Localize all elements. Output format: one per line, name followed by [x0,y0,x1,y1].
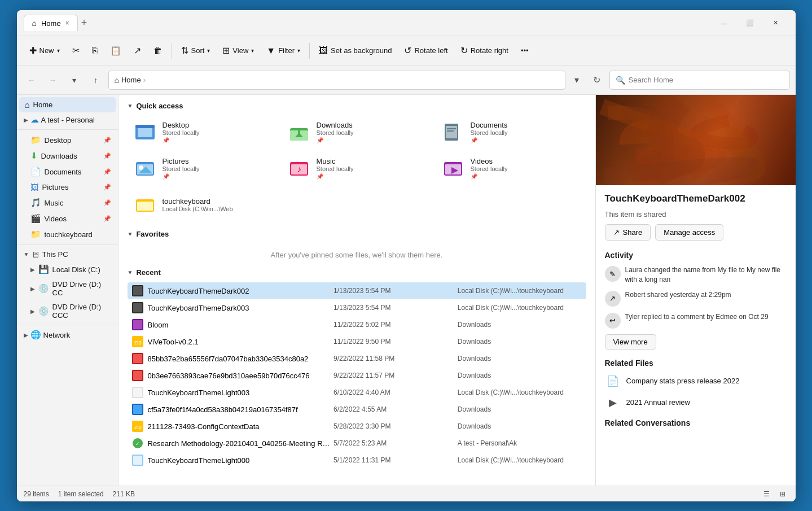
rotate-left-button[interactable]: ↺ Rotate left [398,42,453,59]
qa-item-music[interactable]: ♪ Music Stored locally 📌 [282,152,432,185]
qa-videos-sub: Stored locally [471,165,508,172]
svg-rect-32 [133,354,142,363]
activity-section-title: Activity [605,251,787,260]
search-box[interactable]: 🔍 [609,71,790,90]
sort-icon: ⇅ [181,45,188,56]
svg-rect-26 [133,303,142,312]
qa-music-icon: ♪ [287,156,311,180]
copy-button[interactable]: ⎘ [86,43,103,59]
paste-button[interactable]: 📋 [104,42,127,59]
recent-row-1-loc: Local Disk (C:)\Wi...\touchkeyboard [458,304,582,312]
more-options-button[interactable]: ••• [515,43,534,58]
activity-text-2: Tyler replied to a comment by Edmee on O… [625,312,769,322]
forward-button[interactable]: → [44,71,62,89]
related-file-1[interactable]: ▶ 2021 Annual review [605,395,787,410]
svg-rect-28 [133,320,142,329]
dvd-cc-icon: 💿 [38,283,49,294]
this-pc-icon: 🖥 [31,250,39,259]
quick-access-header[interactable]: ▼ Quick access [128,102,586,110]
search-input[interactable] [629,76,784,84]
address-dropdown-button[interactable]: ▾ [569,71,585,89]
sidebar-item-downloads[interactable]: ⬇ Downloads 📌 [19,148,116,164]
view-more-button[interactable]: View more [605,334,656,350]
recent-row-0[interactable]: TouchKeyboardThemeDark002 1/13/2023 5:54… [128,282,586,299]
new-tab-button[interactable]: + [81,17,87,29]
sidebar-item-dvd-ccc[interactable]: ▶ 💿 DVD Drive (D:) CCC [19,300,116,322]
rotate-right-label: Rotate right [471,46,508,55]
favorites-header[interactable]: ▼ Favorites [128,230,586,238]
sidebar-item-local-disk[interactable]: ▶ 💾 Local Disk (C:) [19,261,116,277]
qa-desktop-sub: Stored locally [163,129,200,136]
sidebar-item-desktop[interactable]: 📁 Desktop 📌 [19,132,116,148]
breadcrumb[interactable]: ⌂ Home › [108,71,565,90]
breadcrumb-separator: › [143,76,146,84]
qa-pictures-name: Pictures [163,157,200,165]
details-view-button[interactable]: ⊞ [776,488,789,500]
videos-folder-icon: 🎬 [30,213,41,224]
manage-access-button[interactable]: Manage access [655,224,723,241]
recent-row-9[interactable]: ✓ Research Methodology-20210401_040256-M… [128,435,586,452]
filter-button[interactable]: ▼ Filter ▾ [261,43,306,59]
recent-row-1[interactable]: TouchKeyboardThemeDark003 1/13/2023 5:54… [128,299,586,316]
svg-text:zip: zip [134,424,142,430]
view-button[interactable]: ⊞ View ▾ [217,42,260,59]
recent-row-3[interactable]: zip ViVeTool-v0.2.1 11/1/2022 9:50 PM Do… [128,333,586,350]
set-background-button[interactable]: 🖼 Set as background [313,43,397,59]
sidebar-cloud-group[interactable]: ▶ ☁ A test - Personal [19,112,116,127]
recent-row-10[interactable]: TouchKeyboardThemeLight000 5/1/2022 11:3… [128,452,586,469]
filter-label: Filter [278,46,295,55]
sidebar-item-music[interactable]: 🎵 Music 📌 [19,195,116,211]
svg-text:♪: ♪ [297,164,301,174]
sidebar-item-home[interactable]: ⌂ Home [19,97,116,112]
delete-button[interactable]: 🗑 [148,43,168,59]
sidebar-item-touchkeyboard[interactable]: 📁 touchkeyboard [19,226,116,242]
refresh-button[interactable]: ↻ [588,71,606,89]
sidebar-network-group[interactable]: ▶ 🌐 Network [19,327,116,342]
close-button[interactable]: ✕ [763,15,789,32]
qa-item-documents[interactable]: Documents Stored locally 📌 [436,116,586,149]
set-bg-label: Set as background [331,46,392,55]
svg-rect-38 [133,405,142,414]
touchkeyboard-folder-icon: 📁 [30,229,41,239]
svg-rect-34 [133,371,142,380]
recent-row-8[interactable]: zip 211128-73493-ConfigContextData 5/28/… [128,418,586,435]
share-button[interactable]: ↗ Share [605,224,651,241]
new-label: New [39,46,54,55]
share-toolbar-button[interactable]: ↗ [128,42,147,59]
qa-item-downloads[interactable]: Downloads Stored locally 📌 [282,116,432,149]
sidebar-item-pictures[interactable]: 🖼 Pictures 📌 [19,180,116,195]
sort-button[interactable]: ⇅ Sort ▾ [175,42,216,59]
recent-row-2[interactable]: Bloom 11/2/2022 5:02 PM Downloads [128,316,586,333]
sidebar-item-videos[interactable]: 🎬 Videos 📌 [19,211,116,226]
rotate-right-button[interactable]: ↻ Rotate right [455,42,514,59]
sidebar-this-pc-group[interactable]: ▼ 🖥 This PC [19,247,116,261]
recent-row-4[interactable]: 85bb37e2ba65556f7da07047bab330e3534c80a2… [128,350,586,367]
sidebar-item-documents[interactable]: 📄 Documents 📌 [19,164,116,180]
qa-item-videos[interactable]: Videos Stored locally 📌 [436,152,586,185]
cut-button[interactable]: ✂ [67,42,85,59]
recent-row-7[interactable]: cf5a73fe0f1f4a0cd58a38b04219a0167354f87f… [128,401,586,418]
related-file-0[interactable]: 📄 Company stats press release 2022 [605,373,787,389]
recent-row-2-date: 11/2/2022 5:02 PM [333,321,458,329]
qa-item-touchkeyboard[interactable]: touchkeyboard Local Disk (C:\Win...\Web [128,188,278,221]
view-arrow: ▾ [251,47,254,54]
recent-row-5[interactable]: 0b3ee7663893cae76e9bd310aee59b70d76cc476… [128,367,586,384]
recent-row-6[interactable]: TouchKeyboardThemeLight003 6/10/2022 4:4… [128,384,586,401]
home-tab[interactable]: ⌂ Home × [24,15,78,31]
panel-body: TouchKeyboardThemeDark002 This item is s… [596,185,796,441]
recent-locations-button[interactable]: ▾ [65,71,84,89]
file-explorer-window: ⌂ Home × + — ⬜ ✕ ✚ New ▾ ✂ ⎘ 📋 ↗ 🗑 [17,10,796,501]
new-button[interactable]: ✚ New ▾ [24,42,65,59]
qa-pictures-sub: Stored locally [163,165,200,172]
maximize-button[interactable]: ⬜ [737,15,763,32]
sidebar-item-dvd-cc[interactable]: ▶ 💿 DVD Drive (D:) CC [19,277,116,300]
list-view-button[interactable]: ☰ [761,488,773,500]
qa-item-desktop[interactable]: Desktop Stored locally 📌 [128,116,278,149]
back-button[interactable]: ← [23,71,41,89]
tab-close-button[interactable]: × [65,19,69,27]
up-button[interactable]: ↑ [87,71,105,89]
minimize-button[interactable]: — [711,15,737,32]
qa-videos-name: Videos [471,157,508,165]
qa-item-pictures[interactable]: Pictures Stored locally 📌 [128,152,278,185]
recent-header[interactable]: ▼ Recent [128,268,586,277]
